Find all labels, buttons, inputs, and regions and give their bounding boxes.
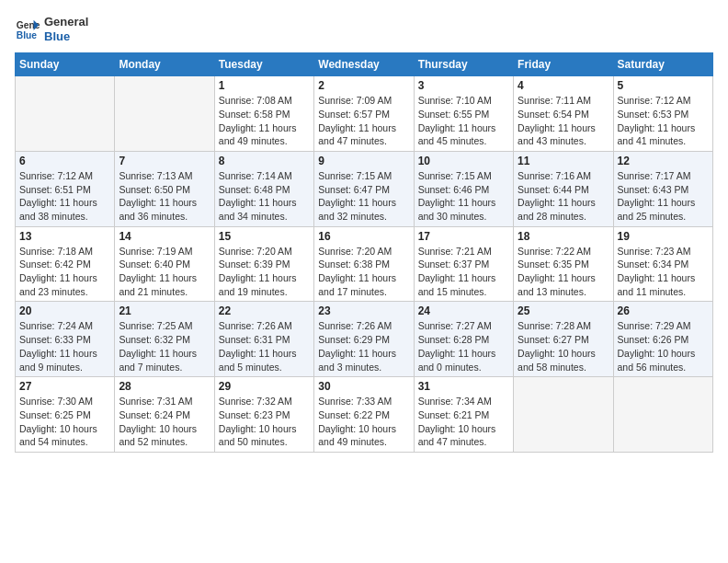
day-detail: Sunrise: 7:08 AMSunset: 6:58 PMDaylight:… xyxy=(219,94,310,148)
day-detail: Sunrise: 7:26 AMSunset: 6:31 PMDaylight:… xyxy=(219,319,310,373)
calendar-cell: 3Sunrise: 7:10 AMSunset: 6:55 PMDaylight… xyxy=(414,76,513,152)
day-detail: Sunrise: 7:14 AMSunset: 6:48 PMDaylight:… xyxy=(219,169,310,224)
calendar-week-row: 20Sunrise: 7:24 AMSunset: 6:33 PMDayligh… xyxy=(16,302,713,377)
weekday-header-row: SundayMondayTuesdayWednesdayThursdayFrid… xyxy=(16,53,713,76)
calendar-cell: 9Sunrise: 7:15 AMSunset: 6:47 PMDaylight… xyxy=(314,151,414,226)
day-detail: Sunrise: 7:13 AMSunset: 6:50 PMDaylight:… xyxy=(119,169,210,224)
day-number: 22 xyxy=(219,304,310,317)
day-detail: Sunrise: 7:19 AMSunset: 6:40 PMDaylight:… xyxy=(119,245,210,299)
calendar-cell xyxy=(115,76,214,152)
day-number: 28 xyxy=(119,380,210,393)
logo-general: General xyxy=(44,15,88,29)
day-number: 18 xyxy=(518,230,609,243)
day-detail: Sunrise: 7:12 AMSunset: 6:53 PMDaylight:… xyxy=(618,94,709,148)
day-number: 27 xyxy=(19,380,110,393)
day-detail: Sunrise: 7:23 AMSunset: 6:34 PMDaylight:… xyxy=(618,245,709,299)
day-number: 31 xyxy=(418,380,509,393)
weekday-header-friday: Friday xyxy=(514,53,613,76)
day-number: 11 xyxy=(518,155,609,167)
day-detail: Sunrise: 7:16 AMSunset: 6:44 PMDaylight:… xyxy=(518,169,609,224)
day-number: 9 xyxy=(318,155,409,167)
calendar-cell: 27Sunrise: 7:30 AMSunset: 6:25 PMDayligh… xyxy=(16,377,115,453)
calendar-cell: 26Sunrise: 7:29 AMSunset: 6:26 PMDayligh… xyxy=(613,302,712,377)
calendar-cell: 28Sunrise: 7:31 AMSunset: 6:24 PMDayligh… xyxy=(115,377,214,453)
logo: General Blue General Blue xyxy=(15,15,88,43)
calendar-cell: 12Sunrise: 7:17 AMSunset: 6:43 PMDayligh… xyxy=(613,151,712,226)
calendar-cell: 30Sunrise: 7:33 AMSunset: 6:22 PMDayligh… xyxy=(314,377,414,453)
day-number: 29 xyxy=(219,380,310,393)
calendar-cell: 24Sunrise: 7:27 AMSunset: 6:28 PMDayligh… xyxy=(414,302,513,377)
day-number: 24 xyxy=(418,304,509,317)
day-detail: Sunrise: 7:09 AMSunset: 6:57 PMDaylight:… xyxy=(318,94,409,148)
day-number: 26 xyxy=(618,304,709,317)
day-number: 14 xyxy=(119,230,210,243)
day-detail: Sunrise: 7:34 AMSunset: 6:21 PMDaylight:… xyxy=(418,395,509,449)
calendar-cell: 17Sunrise: 7:21 AMSunset: 6:37 PMDayligh… xyxy=(414,226,513,302)
calendar-week-row: 1Sunrise: 7:08 AMSunset: 6:58 PMDaylight… xyxy=(16,76,713,152)
day-number: 23 xyxy=(318,304,409,317)
logo-blue: Blue xyxy=(44,29,88,44)
day-number: 30 xyxy=(318,380,409,393)
calendar-cell xyxy=(613,377,712,453)
day-detail: Sunrise: 7:10 AMSunset: 6:55 PMDaylight:… xyxy=(418,94,509,148)
day-number: 7 xyxy=(119,155,210,167)
weekday-header-thursday: Thursday xyxy=(414,53,513,76)
calendar-cell: 2Sunrise: 7:09 AMSunset: 6:57 PMDaylight… xyxy=(314,76,414,152)
day-number: 13 xyxy=(19,230,110,243)
day-detail: Sunrise: 7:26 AMSunset: 6:29 PMDaylight:… xyxy=(318,319,409,373)
calendar-week-row: 6Sunrise: 7:12 AMSunset: 6:51 PMDaylight… xyxy=(16,151,713,226)
day-detail: Sunrise: 7:15 AMSunset: 6:47 PMDaylight:… xyxy=(318,169,409,224)
day-number: 4 xyxy=(518,79,609,92)
calendar-cell: 6Sunrise: 7:12 AMSunset: 6:51 PMDaylight… xyxy=(16,151,115,226)
day-number: 10 xyxy=(418,155,509,167)
day-number: 8 xyxy=(219,155,310,167)
day-detail: Sunrise: 7:17 AMSunset: 6:43 PMDaylight:… xyxy=(618,169,709,224)
calendar-table: SundayMondayTuesdayWednesdayThursdayFrid… xyxy=(15,52,713,453)
day-detail: Sunrise: 7:30 AMSunset: 6:25 PMDaylight:… xyxy=(19,395,110,449)
calendar-cell: 8Sunrise: 7:14 AMSunset: 6:48 PMDaylight… xyxy=(214,151,313,226)
day-number: 20 xyxy=(19,304,110,317)
calendar-header: SundayMondayTuesdayWednesdayThursdayFrid… xyxy=(16,53,713,76)
calendar-cell: 15Sunrise: 7:20 AMSunset: 6:39 PMDayligh… xyxy=(214,226,313,302)
weekday-header-monday: Monday xyxy=(115,53,214,76)
day-number: 25 xyxy=(518,304,609,317)
calendar-cell: 10Sunrise: 7:15 AMSunset: 6:46 PMDayligh… xyxy=(414,151,513,226)
day-detail: Sunrise: 7:31 AMSunset: 6:24 PMDaylight:… xyxy=(119,395,210,449)
calendar-body: 1Sunrise: 7:08 AMSunset: 6:58 PMDaylight… xyxy=(16,76,713,453)
day-number: 21 xyxy=(119,304,210,317)
day-detail: Sunrise: 7:20 AMSunset: 6:39 PMDaylight:… xyxy=(219,245,310,299)
calendar-cell: 11Sunrise: 7:16 AMSunset: 6:44 PMDayligh… xyxy=(514,151,613,226)
day-number: 3 xyxy=(418,79,509,92)
day-detail: Sunrise: 7:27 AMSunset: 6:28 PMDaylight:… xyxy=(418,319,509,373)
calendar-cell: 31Sunrise: 7:34 AMSunset: 6:21 PMDayligh… xyxy=(414,377,513,453)
day-detail: Sunrise: 7:24 AMSunset: 6:33 PMDaylight:… xyxy=(19,319,110,373)
day-number: 19 xyxy=(618,230,709,243)
calendar-week-row: 27Sunrise: 7:30 AMSunset: 6:25 PMDayligh… xyxy=(16,377,713,453)
day-number: 6 xyxy=(19,155,110,167)
day-number: 16 xyxy=(318,230,409,243)
calendar-cell: 20Sunrise: 7:24 AMSunset: 6:33 PMDayligh… xyxy=(16,302,115,377)
calendar-cell: 4Sunrise: 7:11 AMSunset: 6:54 PMDaylight… xyxy=(514,76,613,152)
calendar-cell: 14Sunrise: 7:19 AMSunset: 6:40 PMDayligh… xyxy=(115,226,214,302)
calendar-cell: 19Sunrise: 7:23 AMSunset: 6:34 PMDayligh… xyxy=(613,226,712,302)
calendar-cell xyxy=(514,377,613,453)
calendar-cell: 29Sunrise: 7:32 AMSunset: 6:23 PMDayligh… xyxy=(214,377,313,453)
day-detail: Sunrise: 7:32 AMSunset: 6:23 PMDaylight:… xyxy=(219,395,310,449)
weekday-header-saturday: Saturday xyxy=(613,53,712,76)
day-number: 1 xyxy=(219,79,310,92)
svg-text:Blue: Blue xyxy=(17,30,38,40)
day-detail: Sunrise: 7:25 AMSunset: 6:32 PMDaylight:… xyxy=(119,319,210,373)
day-detail: Sunrise: 7:28 AMSunset: 6:27 PMDaylight:… xyxy=(518,319,609,373)
calendar-cell xyxy=(16,76,115,152)
day-detail: Sunrise: 7:33 AMSunset: 6:22 PMDaylight:… xyxy=(318,395,409,449)
weekday-header-wednesday: Wednesday xyxy=(314,53,414,76)
day-detail: Sunrise: 7:11 AMSunset: 6:54 PMDaylight:… xyxy=(518,94,609,148)
day-number: 5 xyxy=(618,79,709,92)
weekday-header-tuesday: Tuesday xyxy=(214,53,313,76)
calendar-cell: 21Sunrise: 7:25 AMSunset: 6:32 PMDayligh… xyxy=(115,302,214,377)
calendar-cell: 5Sunrise: 7:12 AMSunset: 6:53 PMDaylight… xyxy=(613,76,712,152)
day-detail: Sunrise: 7:20 AMSunset: 6:38 PMDaylight:… xyxy=(318,245,409,299)
page-header: General Blue General Blue xyxy=(15,15,713,43)
calendar-cell: 1Sunrise: 7:08 AMSunset: 6:58 PMDaylight… xyxy=(214,76,313,152)
calendar-cell: 18Sunrise: 7:22 AMSunset: 6:35 PMDayligh… xyxy=(514,226,613,302)
